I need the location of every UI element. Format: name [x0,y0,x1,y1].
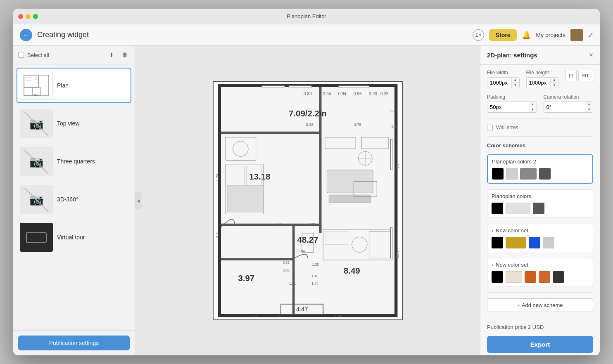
svg-text:1.21: 1.21 [289,281,296,286]
swatches-new1 [492,237,589,248]
minimize-traffic-light[interactable] [26,14,31,19]
view-item-virtual-tour[interactable]: Virtual tour [17,220,131,255]
nav-title: Creating widget [37,31,468,39]
publication-settings-button[interactable]: Publication settings [18,336,130,350]
file-width-field: File width ▲ ▼ [487,70,520,88]
disabled-line-360 [24,188,48,212]
swatch[interactable] [539,271,550,283]
svg-text:1.69: 1.69 [335,314,342,318]
svg-text:0.63: 0.63 [283,260,290,265]
svg-text:1.25: 1.25 [312,262,319,267]
color-scheme-new2[interactable]: › New color set [487,258,593,286]
file-width-up[interactable]: ▲ [512,78,519,83]
swatch[interactable] [492,203,503,214]
select-all-checkbox[interactable] [18,52,24,58]
swatch[interactable] [525,271,536,283]
svg-rect-10 [221,132,321,134]
svg-rect-1 [24,75,38,87]
export-button[interactable]: Export [487,336,593,353]
file-dimensions-row: File width ▲ ▼ File height [487,70,593,88]
padding-rotation-row: Padding ▲ ▼ Camera rotation [487,94,593,113]
store-button[interactable]: Store [489,29,517,41]
add-scheme-button[interactable]: + Add new scheme [487,298,593,312]
swatch[interactable] [506,271,522,283]
view-label-3d360: 3D-360° [57,196,78,203]
sidebar-bottom: Publication settings [13,330,135,355]
settings-header: 2D-plan: settings × [480,46,600,65]
my-projects-button[interactable]: My projects [536,32,565,38]
wall-sizes-row: Wall sizes [487,125,593,130]
camera-rotation-down[interactable]: ▼ [585,107,593,112]
close-settings-button[interactable]: × [589,51,593,59]
canvas-area: ◀ 0.80 0.94 0.94 [135,46,480,355]
svg-text:2.1: 2.1 [391,124,397,128]
wall-sizes-checkbox[interactable] [487,125,493,130]
file-width-input[interactable] [487,78,511,88]
collapse-icon: ◀ [137,199,140,203]
file-width-label: File width [487,70,520,76]
padding-input[interactable] [487,102,529,112]
divider-2 [487,136,593,137]
aspect-ratio-icon: ⊡ [569,73,573,78]
color-scheme-new1[interactable]: › New color set [487,224,593,252]
swatch[interactable] [492,271,503,283]
swatch[interactable] [533,203,544,214]
camera-rotation-label: Camera rotation [544,94,594,100]
camera-rotation-field: Camera rotation ▲ ▼ [544,94,594,113]
view-item-top-view[interactable]: 📷 Top view [17,106,131,141]
swatch[interactable] [506,237,526,248]
virtual-tour-thumbnail [20,223,53,252]
color-scheme-planoplan2[interactable]: Planoplan colors 2 [487,154,593,184]
three-quarters-disabled: 📷 [20,147,53,176]
traffic-lights [18,14,38,19]
file-height-input[interactable] [527,78,551,88]
delete-button[interactable]: 🗑 [120,50,130,60]
maximize-traffic-light[interactable] [33,14,38,19]
back-icon: ← [23,32,29,38]
file-height-down[interactable]: ▼ [551,83,558,88]
swatch[interactable] [553,271,564,283]
svg-text:4.47: 4.47 [296,306,308,312]
file-width-down[interactable]: ▼ [512,83,519,88]
avatar[interactable] [570,29,583,41]
collapse-handle[interactable]: ◀ [135,192,142,209]
view-label-plan: Plan [57,82,69,89]
swatch[interactable] [529,237,540,248]
floor-plan-svg: 0.80 0.94 0.94 0.95 0.93 0.35 7.09/2.2\n… [213,81,403,320]
delete-icon: 🗑 [122,52,128,58]
svg-text:3.82: 3.82 [276,222,283,226]
close-traffic-light[interactable] [18,14,23,19]
view-item-3d360[interactable]: 📷 3D-360° [17,182,131,217]
swatch[interactable] [543,237,554,248]
vt-icon [26,232,47,243]
file-height-input-group: ▲ ▼ [526,77,559,88]
swatch[interactable] [520,168,537,180]
fit-button[interactable]: FIT [578,70,593,81]
aspect-ratio-button[interactable]: ⊡ [565,70,577,81]
nav-right: Store 🔔 My projects ⤢ [489,29,593,41]
view-list: Plan Plan 📷 Top view [13,64,135,330]
svg-rect-6 [35,77,38,80]
color-scheme-planoplan[interactable]: Planoplan colors [487,189,593,218]
padding-down[interactable]: ▼ [529,107,537,112]
file-height-up[interactable]: ▲ [551,78,558,83]
swatch[interactable] [492,237,503,248]
camera-rotation-input[interactable] [544,102,585,112]
download-button[interactable]: ⬇ [107,50,116,60]
swatch[interactable] [506,203,530,214]
svg-text:3.97: 3.97 [238,274,254,283]
camera-rotation-up[interactable]: ▲ [585,102,593,107]
view-item-plan[interactable]: Plan Plan [17,68,131,103]
swatch[interactable] [506,168,518,180]
color-schemes-label: Color schemes [487,142,593,149]
swatch[interactable] [492,168,504,180]
bell-icon[interactable]: 🔔 [522,31,531,40]
padding-up[interactable]: ▲ [529,102,537,107]
sidebar-header: Select all ⬇ 🗑 [13,46,135,64]
swatch[interactable] [539,168,551,180]
view-label-virtual-tour: Virtual tour [57,234,85,241]
back-button[interactable]: ← [20,29,32,41]
svg-text:0.93: 0.93 [369,92,377,96]
view-item-three-quarters[interactable]: 📷 Three quarters [17,144,131,179]
expand-icon[interactable]: ⤢ [588,31,593,39]
